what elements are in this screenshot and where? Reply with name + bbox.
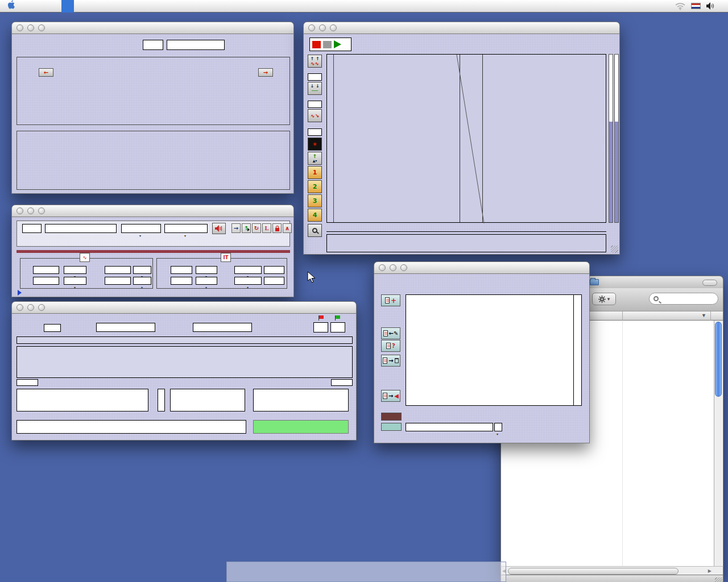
close-button[interactable] [16, 304, 23, 311]
minimize-button[interactable] [390, 264, 396, 271]
stt-field[interactable] [33, 266, 59, 274]
close-button[interactable] [379, 264, 386, 271]
test01-title-bar[interactable] [11, 22, 294, 34]
play-button[interactable] [334, 40, 341, 48]
lev-field[interactable] [171, 266, 192, 274]
fuz-ctab-select[interactable] [264, 277, 284, 285]
resize-grip[interactable] [715, 577, 722, 582]
search-field[interactable] [649, 293, 718, 305]
amp-expand-icon[interactable]: ↑ ↑∿∿ [308, 55, 322, 68]
hand-tool-1-icon[interactable]: 1 [308, 166, 322, 179]
list-scrollbar[interactable] [574, 294, 582, 406]
len-field[interactable] [33, 277, 59, 285]
sample-file-list[interactable] [406, 294, 574, 406]
len-ctab-select[interactable] [64, 277, 86, 285]
status-title-bar[interactable] [11, 301, 357, 314]
amp-bottom-field[interactable] [308, 101, 322, 108]
stt-ctab-select[interactable] [64, 266, 86, 274]
zoom-button[interactable] [38, 304, 45, 311]
action-gear-button[interactable]: ▾ [592, 293, 616, 305]
zone-name-field[interactable] [45, 224, 117, 233]
menu-item-grab[interactable] [24, 0, 36, 13]
flag-marker-icon[interactable]: ↑ [242, 223, 251, 233]
zoom-button[interactable] [38, 24, 45, 31]
library-select[interactable] [406, 423, 493, 431]
apple-menu-icon[interactable] [0, 0, 24, 13]
region-link-select[interactable] [164, 224, 208, 233]
normalize-icon[interactable]: ↑▲▾ [308, 152, 322, 165]
sample-editor-title-bar[interactable] [303, 22, 620, 34]
vertical-scrollbar[interactable] [714, 321, 722, 566]
mvt-field[interactable] [105, 266, 131, 274]
forward-arrow-icon[interactable]: → [231, 223, 241, 233]
minimize-button[interactable] [27, 24, 34, 31]
menu-item-help[interactable] [86, 0, 99, 13]
menu-item-window[interactable] [74, 0, 86, 13]
menu-item-edit[interactable] [49, 0, 61, 13]
close-button[interactable] [16, 207, 23, 214]
horizontal-scrollbar[interactable]: ◀ ▶ [500, 566, 723, 575]
zone-play-button[interactable] [212, 223, 226, 234]
minimize-button[interactable] [27, 207, 34, 214]
wifi-icon[interactable] [675, 2, 685, 10]
tun-ctab-select[interactable] [133, 277, 151, 285]
filter-disclosure[interactable] [18, 290, 23, 297]
hand-tool-4-icon[interactable]: 4 [308, 209, 322, 222]
level-field[interactable] [308, 128, 322, 136]
pan-field[interactable] [171, 277, 192, 285]
play-sample-file-button[interactable]: →◀ [381, 390, 400, 402]
region-wave-icon[interactable]: ∿ [80, 253, 90, 262]
horizontal-scroll-thumb[interactable] [508, 568, 679, 575]
rename-sample-file-button[interactable]: ←✎ [381, 327, 400, 339]
sample-buffer-display[interactable] [16, 346, 353, 378]
stop-button[interactable] [312, 41, 321, 48]
lev-ctab-select[interactable] [196, 266, 217, 274]
scroll-right-arrow-icon[interactable]: ▶ [708, 568, 712, 573]
amp-compress-icon[interactable]: ↓ ↓── [308, 82, 322, 95]
loop-icon[interactable]: ↻ [252, 223, 261, 233]
close-button[interactable] [16, 24, 23, 31]
hand-tool-2-icon[interactable]: 2 [308, 180, 322, 193]
fuz-field[interactable] [234, 277, 262, 285]
delete-sample-file-button[interactable]: → [381, 355, 400, 367]
level-tool-icon[interactable]: ∿↘ [308, 109, 322, 122]
env-field[interactable] [234, 266, 262, 274]
input-language-flag-icon[interactable] [691, 3, 701, 9]
vertical-scroll-thumb[interactable] [715, 322, 722, 397]
layer-next-button[interactable]: → [258, 68, 273, 77]
wave-scrollbar-2[interactable] [614, 54, 619, 223]
sample-file-info-button[interactable]: ? [381, 340, 400, 352]
zone-editor-title-bar[interactable] [11, 205, 294, 217]
menu-item-capture[interactable] [61, 0, 74, 13]
piano-keyboard[interactable] [44, 82, 271, 114]
volume-icon[interactable] [706, 2, 715, 10]
sort-by-length-button[interactable] [381, 423, 402, 431]
resize-grip[interactable] [611, 246, 618, 253]
invert-wave-icon[interactable]: ✶ [308, 138, 322, 151]
pan-ctab-select[interactable] [196, 277, 217, 285]
waveform-display[interactable] [326, 54, 606, 223]
wave-scrollbar-1[interactable] [609, 54, 613, 223]
minimize-lozenge[interactable] [702, 280, 717, 286]
pause-button[interactable] [323, 41, 332, 48]
sort-direction-icon[interactable]: ▼ [701, 313, 706, 318]
zoom-button[interactable] [38, 207, 45, 214]
zoom-button[interactable] [400, 264, 407, 271]
close-button[interactable] [308, 24, 315, 31]
mvt-ctab-select[interactable] [133, 266, 151, 274]
layer-prev-button[interactable]: ← [39, 68, 53, 77]
zoom-button[interactable] [330, 24, 337, 31]
magnifier-icon[interactable] [308, 224, 322, 237]
library-a-select[interactable] [494, 423, 502, 431]
zone-number-field[interactable] [22, 224, 42, 233]
menu-item-file[interactable] [36, 0, 49, 13]
amp-top-field[interactable] [308, 73, 322, 81]
lock-icon[interactable] [272, 223, 282, 233]
minimize-button[interactable] [319, 24, 326, 31]
sort-by-name-button[interactable] [381, 413, 402, 421]
hand-tool-3-icon[interactable]: 3 [308, 194, 322, 207]
loop-length-icon[interactable]: L [262, 223, 271, 233]
env-ctab-select[interactable] [264, 266, 284, 274]
envelope-icon[interactable]: ∧ [283, 223, 292, 233]
add-sample-file-button[interactable]: + [381, 294, 400, 306]
